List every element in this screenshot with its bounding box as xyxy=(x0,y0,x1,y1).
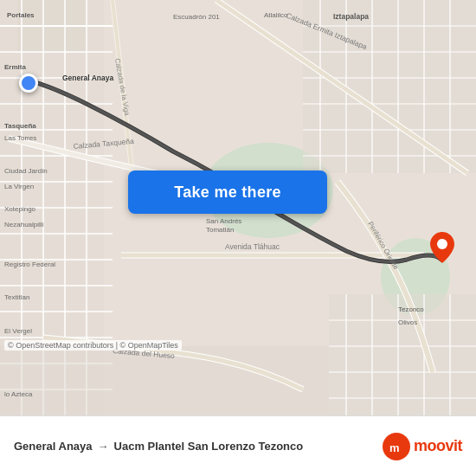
route-origin: General Anaya xyxy=(14,440,93,453)
svg-text:Escuadrón 201: Escuadrón 201 xyxy=(173,13,220,21)
svg-text:Xotepingo: Xotepingo xyxy=(4,205,36,213)
svg-text:La Virgen: La Virgen xyxy=(4,183,34,190)
svg-text:Ciudad Jardín: Ciudad Jardín xyxy=(4,167,48,175)
svg-text:General Anaya: General Anaya xyxy=(62,74,113,82)
svg-text:Portales: Portales xyxy=(7,11,35,19)
svg-text:Iztapalapa: Iztapalapa xyxy=(333,12,369,21)
route-row: General Anaya → Uacm Plantel San Lorenzo… xyxy=(14,440,303,453)
svg-text:Ermita: Ermita xyxy=(4,63,26,71)
svg-text:Olivos: Olivos xyxy=(398,318,417,326)
moovit-icon: m xyxy=(383,433,410,460)
origin-marker xyxy=(19,74,38,93)
svg-text:Las Torres: Las Torres xyxy=(4,134,36,142)
route-arrow: → xyxy=(98,440,109,453)
route-info: General Anaya → Uacm Plantel San Lorenzo… xyxy=(14,440,303,453)
svg-text:San Andrés: San Andrés xyxy=(206,217,241,225)
svg-text:lo Azteca: lo Azteca xyxy=(4,390,33,398)
svg-text:El Vergel: El Vergel xyxy=(4,327,32,335)
svg-text:Registro Federal: Registro Federal xyxy=(4,261,55,268)
svg-text:Nezahualpilli: Nezahualpilli xyxy=(4,221,44,228)
svg-text:Atlalilco: Atlalilco xyxy=(264,11,288,19)
map-attribution: © OpenStreetMap contributors | © OpenMap… xyxy=(4,340,182,351)
take-me-there-button[interactable]: Take me there xyxy=(128,170,327,214)
svg-text:Textitlan: Textitlan xyxy=(4,293,29,301)
moovit-logo: m moovit xyxy=(383,433,462,460)
svg-text:m: m xyxy=(389,441,400,454)
svg-text:Avenida Tláhuac: Avenida Tláhuac xyxy=(225,242,280,251)
svg-text:Tasqueña: Tasqueña xyxy=(4,122,36,130)
bottom-bar: General Anaya → Uacm Plantel San Lorenzo… xyxy=(0,415,476,476)
map-view: Calzada de la Viga Calzada Taxqueña Calz… xyxy=(0,0,476,415)
svg-text:Tomatlán: Tomatlán xyxy=(206,226,234,234)
moovit-brand-name: moovit xyxy=(414,437,462,455)
svg-point-78 xyxy=(437,239,447,249)
svg-text:Tezonco: Tezonco xyxy=(398,306,424,313)
route-destination: Uacm Plantel San Lorenzo Tezonco xyxy=(114,440,304,453)
